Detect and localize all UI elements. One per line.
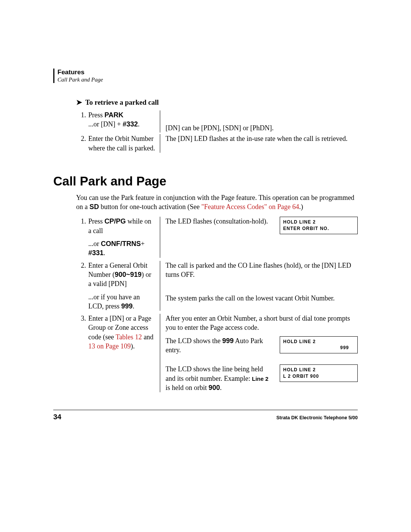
lcd-display: HOLD LINE 2 L 2 ORBIT 900	[280, 364, 358, 382]
page-number: 34	[53, 413, 61, 421]
cross-reference-link[interactable]: Tables 12	[116, 333, 142, 341]
lcd-display: HOLD LINE 2 ENTER ORBIT NO.	[280, 217, 358, 234]
step-row: 1. Press PARK ...or [DN] + #332. [DN] ca…	[53, 110, 358, 134]
procedure-title: To retrieve a parked call	[85, 99, 159, 106]
step-number: 1.	[76, 217, 88, 257]
step-row: 2. Enter a General Orbit Number (900~919…	[53, 261, 358, 314]
step-number: 2.	[76, 134, 88, 153]
page-content: Features Call Park and Page ➤To retrieve…	[0, 0, 411, 392]
step-right: The call is parked and the CO Line flash…	[160, 261, 358, 311]
step-right: The [DN] LED flashes at the in-use rate …	[160, 134, 358, 153]
step-number: 2.	[76, 261, 88, 311]
cross-reference-link[interactable]: 13 on Page 109	[88, 342, 131, 350]
footer-text: Strata DK Electronic Telephone 5/00	[276, 415, 358, 420]
step-left: Enter a General Orbit Number (900~919) o…	[88, 261, 160, 311]
step-right: The LED flashes (consultation-hold). HOL…	[160, 217, 358, 257]
page-footer: 34 Strata DK Electronic Telephone 5/00	[53, 413, 358, 421]
step-left: Press CP/PG while on a call ...or CONF/T…	[88, 217, 160, 257]
header-title: Features	[57, 69, 358, 76]
cross-reference-link[interactable]: "Feature Access Codes" on Page 64	[201, 203, 299, 211]
section-heading: Call Park and Page	[53, 174, 358, 189]
procedure-heading: ➤To retrieve a parked call	[53, 98, 358, 107]
step-left: Enter the Orbit Number where the call is…	[88, 134, 160, 153]
step-left: Press PARK ...or [DN] + #332.	[88, 110, 160, 133]
lcd-display: HOLD LINE 2 999	[280, 336, 358, 353]
intro-paragraph: You can use the Park feature in conjunct…	[53, 193, 358, 212]
step-number: 1.	[76, 110, 88, 133]
step-right: [DN] can be [PDN], [SDN] or [PhDN].	[160, 110, 358, 133]
step-row: 2. Enter the Orbit Number where the call…	[53, 134, 358, 155]
step-row: 3. Enter a [DN] or a Page Group or Zone …	[53, 314, 358, 392]
step-right: After you enter an Orbit Number, a short…	[160, 314, 358, 392]
step-number: 3.	[76, 314, 88, 392]
running-header: Features Call Park and Page	[53, 69, 358, 83]
footer-rule	[53, 410, 358, 410]
step-row: 1. Press CP/PG while on a call ...or CON…	[53, 217, 358, 260]
step-left: Enter a [DN] or a Page Group or Zone acc…	[88, 314, 160, 392]
header-subtitle: Call Park and Page	[57, 77, 358, 83]
arrow-icon: ➤	[76, 98, 82, 107]
